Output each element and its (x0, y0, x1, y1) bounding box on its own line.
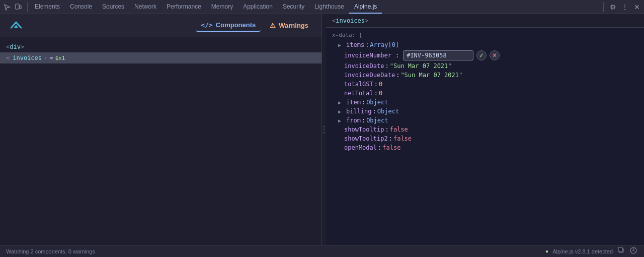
warning-icon: ⚠ (270, 22, 276, 29)
close-icon[interactable]: ✕ (632, 2, 642, 12)
x-data-label: x-data: { (332, 32, 638, 38)
main-content: </> Components ⚠ Warnings <div> <invoice… (0, 14, 644, 245)
net-total-row[interactable]: netTotal : 0 (332, 89, 638, 98)
components-button[interactable]: </> Components (196, 19, 261, 32)
closing-arrow: › (44, 54, 47, 61)
dom-selected-element[interactable]: <invoices› = $x1 (0, 52, 321, 63)
data-section: x-data: { ▶ items : Array[0] invoiceNumb… (326, 28, 644, 245)
svg-point-4 (324, 132, 325, 134)
tab-memory[interactable]: Memory (206, 0, 238, 14)
resize-handle[interactable] (322, 14, 326, 245)
cancel-button[interactable]: ✕ (490, 50, 500, 60)
right-panel: <invoices> x-data: { ▶ items : Array[0] … (326, 14, 644, 245)
invoice-number-input[interactable] (403, 50, 473, 60)
copy-icon[interactable] (617, 247, 626, 255)
billing-expand-arrow: ▶ (338, 109, 344, 114)
device-icon[interactable] (13, 2, 23, 12)
show-tooltip2-row[interactable]: showTooltip2 : false (332, 134, 638, 143)
tab-security[interactable]: Security (278, 0, 309, 14)
tab-network[interactable]: Network (129, 0, 162, 14)
status-icons (617, 247, 638, 255)
items-row[interactable]: ▶ items : Array[0] (332, 40, 638, 49)
tab-application[interactable]: Application (238, 0, 278, 14)
show-tooltip-row[interactable]: showTooltip : false (332, 125, 638, 134)
devtools-toolbar: Elements Console Sources Network Perform… (0, 0, 644, 14)
toolbar-icons (2, 2, 28, 12)
status-left: Watching 2 components, 0 warnings (6, 248, 95, 254)
from-expand-arrow: ▶ (338, 118, 344, 123)
status-dot: ● (545, 248, 548, 254)
confirm-button[interactable]: ✓ (476, 50, 487, 60)
warnings-button[interactable]: ⚠ Warnings (265, 20, 313, 31)
billing-row[interactable]: ▶ billing : Object (332, 107, 638, 116)
svg-point-3 (324, 129, 325, 131)
tab-alpinejs[interactable]: Alpine.js (349, 0, 382, 14)
invoice-number-row: invoiceNumber : ✓ ✕ (332, 49, 638, 61)
tab-sources[interactable]: Sources (97, 0, 129, 14)
svg-point-2 (324, 126, 325, 127)
item-expand-arrow: ▶ (338, 100, 344, 105)
total-gst-row[interactable]: totalGST : 0 (332, 80, 638, 89)
settings-icon[interactable]: ⚙ (608, 2, 618, 12)
open-modal-row[interactable]: openModal : false (332, 143, 638, 152)
from-row[interactable]: ▶ from : Object (332, 116, 638, 125)
items-expand-arrow: ▶ (338, 42, 344, 48)
inspect-icon[interactable] (2, 2, 12, 12)
selected-bracket-open: < (6, 54, 10, 61)
more-icon[interactable]: ⋮ (620, 2, 630, 12)
tab-performance[interactable]: Performance (162, 0, 206, 14)
toolbar-right: ⚙ ⋮ ✕ (603, 2, 642, 12)
invoice-due-date-row[interactable]: invoiceDueDate : "Sun Mar 07 2021" (332, 71, 638, 80)
status-right: ● Alpine.js v2.8.1 detected (545, 247, 638, 255)
left-panel: </> Components ⚠ Warnings <div> <invoice… (0, 14, 322, 245)
alpine-logo (8, 18, 24, 34)
item-row[interactable]: ▶ item : Object (332, 98, 638, 107)
svg-rect-6 (618, 247, 622, 251)
dom-div-element[interactable]: <div> (0, 41, 321, 52)
alpine-header: </> Components ⚠ Warnings (0, 14, 321, 37)
svg-rect-1 (20, 6, 21, 9)
components-code-icon: </> (201, 21, 212, 29)
tab-list: Elements Console Sources Network Perform… (30, 0, 603, 14)
tab-console[interactable]: Console (65, 0, 97, 14)
tab-lighthouse[interactable]: Lighthouse (309, 0, 349, 14)
component-tag-header: <invoices> (326, 14, 644, 28)
status-bar: Watching 2 components, 0 warnings ● Alpi… (0, 245, 644, 257)
status-version: Alpine.js v2.8.1 detected (552, 248, 613, 254)
dom-tree: <div> <invoices› = $x1 (0, 37, 321, 245)
invoice-date-row[interactable]: invoiceDate : "Sun Mar 07 2021" (332, 61, 638, 71)
github-icon[interactable] (629, 247, 638, 255)
svg-rect-0 (16, 4, 19, 9)
tab-elements[interactable]: Elements (30, 0, 65, 14)
header-buttons: </> Components ⚠ Warnings (196, 19, 313, 32)
